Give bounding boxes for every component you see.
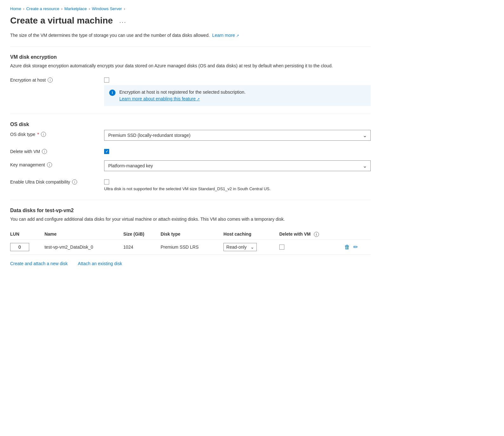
os-disk-type-select-wrapper: Premium SSD (locally-redundant storage) … bbox=[104, 130, 371, 141]
key-management-select[interactable]: Platform-managed key Customer-managed ke… bbox=[104, 160, 371, 171]
disk-type-cell: Premium SSD LRS bbox=[161, 240, 223, 255]
disk-host-caching-cell: None Read-only Read/write bbox=[223, 240, 279, 255]
encryption-at-host-label: Encryption at host i bbox=[10, 76, 99, 83]
ultra-disk-checkbox[interactable] bbox=[104, 179, 109, 184]
os-disk-type-required: * bbox=[37, 132, 39, 137]
os-disk-type-select[interactable]: Premium SSD (locally-redundant storage) … bbox=[104, 130, 371, 141]
data-disks-section: Data disks for test-vp-vm2 You can add a… bbox=[10, 208, 371, 266]
bottom-links: Create and attach a new disk Attach an e… bbox=[10, 261, 371, 266]
col-size: Size (GiB) bbox=[123, 229, 161, 240]
disk-table: LUN Name Size (GiB) Disk type Host cachi… bbox=[10, 229, 371, 255]
breadcrumb-marketplace[interactable]: Marketplace bbox=[64, 6, 87, 11]
vm-encryption-title: VM disk encryption bbox=[10, 54, 371, 60]
disk-actions-cell: 🗑 ✏ bbox=[344, 240, 371, 255]
breadcrumb-sep-1: › bbox=[23, 7, 24, 11]
vm-disk-encryption-section: VM disk encryption Azure disk storage en… bbox=[10, 54, 371, 106]
learn-more-icon: ↗ bbox=[236, 34, 239, 37]
col-name: Name bbox=[44, 229, 123, 240]
host-caching-select[interactable]: None Read-only Read/write bbox=[223, 243, 257, 251]
col-delete-with-vm: Delete with VM i bbox=[279, 229, 344, 240]
divider-3 bbox=[10, 200, 371, 200]
ultra-disk-label: Enable Ultra Disk compatibility i bbox=[10, 178, 99, 184]
disk-size-cell: 1024 bbox=[123, 240, 161, 255]
encryption-at-host-checkbox-wrapper bbox=[104, 76, 371, 83]
col-host-caching: Host caching bbox=[223, 229, 279, 240]
delete-with-vm-checkbox[interactable] bbox=[104, 149, 109, 154]
encryption-at-host-row: Encryption at host i i Encryption at hos… bbox=[10, 76, 371, 106]
os-disk-title: OS disk bbox=[10, 122, 371, 127]
breadcrumb: Home › Create a resource › Marketplace ›… bbox=[10, 6, 371, 11]
ultra-disk-control: Ultra disk is not supported for the sele… bbox=[104, 178, 371, 192]
delete-with-vm-row: Delete with VM i bbox=[10, 147, 371, 154]
key-management-row: Key management i Platform-managed key Cu… bbox=[10, 160, 371, 171]
vm-encryption-desc: Azure disk storage encryption automatica… bbox=[10, 63, 371, 69]
encryption-at-host-control: i Encryption at host is not registered f… bbox=[104, 76, 371, 106]
disk-table-header: LUN Name Size (GiB) Disk type Host cachi… bbox=[10, 229, 371, 240]
enable-feature-link-icon: ↗ bbox=[197, 97, 200, 101]
delete-with-vm-info-icon[interactable]: i bbox=[42, 149, 47, 154]
encryption-at-host-info-icon[interactable]: i bbox=[48, 77, 53, 83]
os-disk-type-info-icon[interactable]: i bbox=[41, 132, 46, 137]
info-box-text: Encryption at host is not registered for… bbox=[119, 89, 246, 102]
page-title-row: Create a virtual machine ... bbox=[10, 16, 371, 26]
delete-with-vm-label: Delete with VM i bbox=[10, 147, 99, 154]
encryption-at-host-checkbox[interactable] bbox=[104, 77, 109, 83]
attach-existing-disk-link[interactable]: Attach an existing disk bbox=[78, 261, 122, 266]
breadcrumb-home[interactable]: Home bbox=[10, 6, 21, 11]
col-disk-type: Disk type bbox=[161, 229, 223, 240]
page-title: Create a virtual machine bbox=[10, 16, 113, 26]
encryption-info-box: i Encryption at host is not registered f… bbox=[104, 85, 371, 106]
col-actions bbox=[344, 229, 371, 240]
os-disk-section: OS disk OS disk type * i Premium SSD (lo… bbox=[10, 122, 371, 192]
disk-name-cell: test-vp-vm2_DataDisk_0 bbox=[44, 240, 123, 255]
ultra-disk-checkbox-wrapper bbox=[104, 178, 371, 184]
delete-disk-icon[interactable]: 🗑 bbox=[344, 244, 350, 251]
disk-delete-with-vm-checkbox[interactable] bbox=[279, 245, 284, 250]
data-disks-title: Data disks for test-vp-vm2 bbox=[10, 208, 371, 213]
breadcrumb-windows-server[interactable]: Windows Server bbox=[92, 6, 122, 11]
more-options-button[interactable]: ... bbox=[117, 16, 129, 26]
enable-feature-link[interactable]: Learn more about enabling this feature ↗ bbox=[119, 96, 200, 101]
delete-with-vm-col-info-icon[interactable]: i bbox=[314, 232, 319, 237]
disk-action-icons: 🗑 ✏ bbox=[344, 244, 367, 251]
key-management-control: Platform-managed key Customer-managed ke… bbox=[104, 160, 371, 171]
os-disk-type-label: OS disk type * i bbox=[10, 130, 99, 137]
divider-1 bbox=[10, 46, 371, 47]
key-management-select-wrapper: Platform-managed key Customer-managed ke… bbox=[104, 160, 371, 171]
key-management-info-icon[interactable]: i bbox=[47, 162, 52, 167]
ultra-disk-info-icon[interactable]: i bbox=[72, 179, 77, 184]
data-disks-desc: You can add and configure additional dat… bbox=[10, 216, 371, 223]
ultra-disk-row: Enable Ultra Disk compatibility i Ultra … bbox=[10, 178, 371, 192]
disk-delete-with-vm-cell bbox=[279, 240, 344, 255]
create-attach-disk-link[interactable]: Create and attach a new disk bbox=[10, 261, 68, 266]
lun-input[interactable] bbox=[10, 243, 29, 251]
divider-2 bbox=[10, 114, 371, 114]
disk-table-header-row: LUN Name Size (GiB) Disk type Host cachi… bbox=[10, 229, 371, 240]
learn-more-link[interactable]: Learn more ↗ bbox=[212, 33, 239, 38]
breadcrumb-create-resource[interactable]: Create a resource bbox=[26, 6, 59, 11]
intro-text: The size of the VM determines the type o… bbox=[10, 32, 371, 39]
host-caching-select-wrapper: None Read-only Read/write bbox=[223, 243, 257, 251]
disk-table-body: test-vp-vm2_DataDisk_0 1024 Premium SSD … bbox=[10, 240, 371, 255]
os-disk-type-control: Premium SSD (locally-redundant storage) … bbox=[104, 130, 371, 141]
info-box-icon: i bbox=[109, 90, 116, 96]
table-row: test-vp-vm2_DataDisk_0 1024 Premium SSD … bbox=[10, 240, 371, 255]
disk-lun-cell bbox=[10, 240, 44, 255]
col-lun: LUN bbox=[10, 229, 44, 240]
edit-disk-icon[interactable]: ✏ bbox=[353, 244, 358, 251]
delete-with-vm-control bbox=[104, 147, 371, 154]
breadcrumb-sep-2: › bbox=[61, 7, 63, 11]
delete-with-vm-checkbox-wrapper bbox=[104, 147, 371, 154]
key-management-label: Key management i bbox=[10, 160, 99, 167]
os-disk-type-row: OS disk type * i Premium SSD (locally-re… bbox=[10, 130, 371, 141]
ultra-disk-desc: Ultra disk is not supported for the sele… bbox=[104, 186, 371, 192]
breadcrumb-sep-3: › bbox=[89, 7, 90, 11]
breadcrumb-sep-4: › bbox=[124, 7, 125, 11]
